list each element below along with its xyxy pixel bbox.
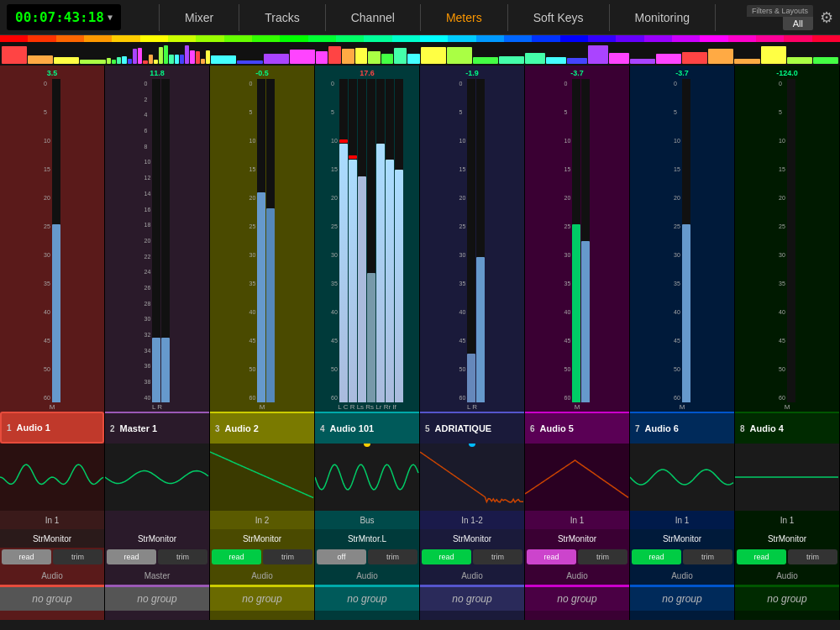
- group-label-3[interactable]: no group: [210, 587, 314, 611]
- meter-bar-fill: [152, 338, 160, 402]
- channel-label-5[interactable]: 5ADRIATIQUE: [420, 412, 524, 444]
- mini-meter-group-3: [211, 44, 315, 64]
- trim-button-6[interactable]: trim: [578, 549, 627, 564]
- meter-inner-3: 0510152025303540455060: [212, 79, 312, 402]
- nav-tab-monitoring[interactable]: Monitoring: [610, 4, 716, 31]
- type-label-8: Audio: [735, 566, 839, 585]
- meter-bar-fill: [376, 144, 385, 402]
- color-band-segment: [336, 35, 364, 42]
- meter-bottom-label-5: L R: [422, 402, 522, 412]
- monitor-label-4: StrMntor.L: [315, 529, 419, 548]
- nav-tab-tracks[interactable]: Tracks: [239, 4, 325, 31]
- bottom-strip-8: In 1StrMonitorreadtrimAudiono group: [735, 444, 840, 620]
- nav-tab-meters[interactable]: Meters: [421, 4, 508, 31]
- monitor-label-2: StrMonitor: [105, 529, 209, 548]
- read-button-2[interactable]: read: [107, 549, 156, 564]
- trim-button-4[interactable]: trim: [368, 549, 417, 564]
- channel-label-3[interactable]: 3Audio 2: [210, 412, 314, 444]
- channel-label-4[interactable]: 4Audio 101: [315, 412, 419, 444]
- meter-scale-4: 0510152025303540455060: [331, 79, 338, 402]
- meter-bottom-label-4: L C R Ls Rs Lr Rr If: [317, 402, 417, 412]
- channel-number: 1: [7, 423, 12, 433]
- waveform-area-7: [630, 444, 734, 511]
- read-button-5[interactable]: read: [422, 549, 471, 564]
- color-band-segment: [532, 35, 559, 42]
- waveform-area-1: [0, 444, 104, 511]
- mini-bar: [546, 57, 566, 64]
- channel-name: Audio 1: [17, 423, 50, 433]
- channel-label-2[interactable]: 2Master 1: [105, 412, 209, 444]
- group-label-8[interactable]: no group: [735, 587, 839, 611]
- group-label-2[interactable]: no group: [105, 587, 209, 611]
- meter-bar-container: [572, 79, 580, 402]
- mini-bar: [368, 51, 381, 64]
- group-label-1[interactable]: no group: [0, 587, 104, 611]
- filters-value[interactable]: All: [783, 17, 813, 30]
- mini-bar: [381, 54, 394, 64]
- trim-button-7[interactable]: trim: [683, 549, 732, 564]
- timecode-display[interactable]: 00:07:43:18 ▼: [7, 4, 121, 30]
- trim-button-3[interactable]: trim: [263, 549, 312, 564]
- meter-bar-container: [266, 79, 275, 402]
- waveform-area-8: [735, 444, 839, 511]
- channel-strip-1: 3.50510152025303540455060M1Audio 1: [0, 66, 105, 444]
- nav-tab-softkeys[interactable]: Soft Keys: [508, 4, 610, 31]
- meter-scale-8: 0510152025303540455060: [779, 79, 785, 402]
- peak-value-6: -3.7: [527, 69, 627, 77]
- group-label-5[interactable]: no group: [420, 587, 524, 611]
- channel-label-1[interactable]: 1Audio 1: [0, 412, 104, 444]
- mini-meter-group-5: [421, 44, 525, 64]
- channel-name: ADRIATIQUE: [435, 423, 492, 433]
- meter-scale-1: 0510152025303540455060: [44, 79, 50, 402]
- read-button-3[interactable]: read: [212, 549, 261, 564]
- waveform-path: [525, 460, 628, 497]
- bottom-strip-4: BusStrMntor.LofftrimAudiono group: [315, 444, 420, 620]
- channel-strip-8: -124.00510152025303540455060M8Audio 4: [735, 66, 840, 444]
- read-trim-row-7: readtrim: [630, 548, 734, 566]
- channel-name: Audio 2: [225, 423, 259, 433]
- mini-bar: [761, 46, 786, 64]
- meter-bar-fill: [572, 224, 580, 402]
- waveform-svg: [315, 444, 419, 511]
- mini-meter-group-7: [630, 44, 734, 64]
- nav-tab-mixer[interactable]: Mixer: [159, 4, 239, 31]
- channel-label-6[interactable]: 6Audio 5: [525, 412, 629, 444]
- trim-button-5[interactable]: trim: [473, 549, 522, 564]
- group-label-6[interactable]: no group: [525, 587, 629, 611]
- mini-bar: [206, 50, 210, 64]
- bottom-strip-6: In 1StrMonitorreadtrimAudiono group: [525, 444, 630, 620]
- trim-button-8[interactable]: trim: [788, 549, 837, 564]
- trim-button-1[interactable]: trim: [53, 549, 102, 564]
- mini-meters: [0, 42, 840, 66]
- gear-icon[interactable]: ⚙: [820, 8, 833, 27]
- read-button-1[interactable]: read: [2, 549, 51, 564]
- channel-label-7[interactable]: 7Audio 6: [630, 412, 734, 444]
- meter-bars-8: [787, 79, 795, 402]
- mini-bar: [159, 47, 163, 64]
- meter-bar-fill: [476, 257, 485, 402]
- channel-label-8[interactable]: 8Audio 4: [735, 412, 839, 444]
- channel-name: Audio 101: [330, 423, 375, 433]
- read-button-6[interactable]: read: [527, 549, 576, 564]
- read-trim-row-6: readtrim: [525, 548, 629, 566]
- channel-name: Audio 5: [540, 423, 574, 433]
- read-button-8[interactable]: read: [737, 549, 786, 564]
- trim-button-2[interactable]: trim: [158, 549, 207, 564]
- bottom-strip-1: In 1StrMonitorreadtrimAudiono group: [0, 444, 105, 620]
- color-band-segment: [672, 35, 700, 42]
- group-label-7[interactable]: no group: [630, 587, 734, 611]
- read-button-4[interactable]: off: [317, 549, 366, 564]
- meter-bars-5: [467, 79, 485, 402]
- meter-bar-container: [467, 79, 475, 402]
- read-button-7[interactable]: read: [632, 549, 681, 564]
- read-trim-row-3: readtrim: [210, 548, 314, 566]
- meter-bar-fill: [581, 241, 590, 403]
- mini-bar: [128, 59, 132, 64]
- group-label-4[interactable]: no group: [315, 587, 419, 611]
- nav-tab-channel[interactable]: Channel: [326, 4, 421, 31]
- mini-bar: [169, 55, 173, 64]
- meter-area-8: -124.00510152025303540455060M: [735, 66, 839, 412]
- read-trim-row-1: readtrim: [0, 548, 104, 566]
- color-band-segment: [756, 35, 784, 42]
- waveform-svg: [0, 444, 104, 511]
